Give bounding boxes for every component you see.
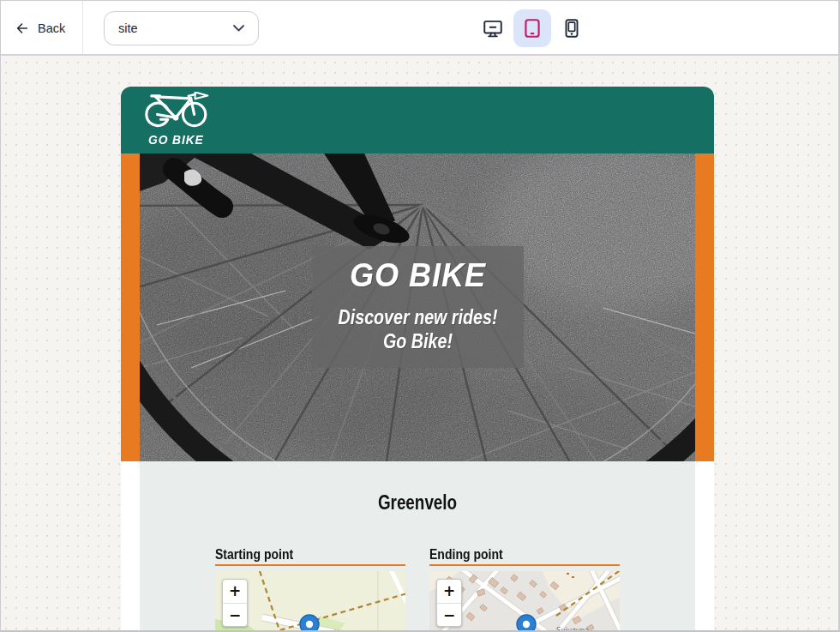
ending-point-map[interactable]: Svjuzyna + − xyxy=(429,571,620,632)
chevron-down-icon xyxy=(233,25,244,32)
ending-point-heading: Ending point xyxy=(429,545,591,563)
site-logo-text: GO BIKE xyxy=(148,132,218,147)
top-toolbar: Back site xyxy=(1,1,838,56)
page-select-value: site xyxy=(118,21,138,35)
starting-point-heading: Starting point xyxy=(215,545,377,563)
hero-tagline-line2: Go Bike! xyxy=(331,329,505,353)
ending-point-underline xyxy=(429,564,620,566)
end-map-zoom-control: + − xyxy=(436,579,462,627)
section-title: Greenvelo xyxy=(189,491,645,515)
toolbar-divider xyxy=(82,1,83,54)
desktop-preview-button[interactable] xyxy=(474,9,512,47)
content-section: Greenvelo Starting point xyxy=(121,461,714,632)
ending-point-column: Ending point xyxy=(429,545,620,632)
starting-point-column: Starting point xyxy=(215,545,405,632)
mobile-preview-button[interactable] xyxy=(553,9,591,47)
end-map-zoom-in-button[interactable]: + xyxy=(437,580,461,604)
start-map-zoom-out-button[interactable]: − xyxy=(223,604,247,627)
route-panel: Greenvelo Starting point xyxy=(140,461,695,632)
starting-point-map[interactable]: Klinkiero + − xyxy=(215,571,405,632)
end-marker[interactable] xyxy=(517,615,536,632)
hero-section: GO BIKE Discover new rides! Go Bike! xyxy=(121,153,714,461)
site-preview: GO BIKE xyxy=(121,87,714,632)
back-label: Back xyxy=(38,21,65,35)
tablet-preview-button[interactable] xyxy=(513,9,551,47)
end-map-zoom-out-button[interactable]: − xyxy=(437,604,461,627)
bike-logo-icon xyxy=(141,92,217,131)
app-window: Back site xyxy=(0,0,840,632)
site-logo: GO BIKE xyxy=(141,92,224,147)
start-map-zoom-control: + − xyxy=(222,579,248,627)
start-marker[interactable] xyxy=(300,615,319,632)
hero-photo: GO BIKE Discover new rides! Go Bike! xyxy=(140,153,695,461)
hero-overlay: GO BIKE Discover new rides! Go Bike! xyxy=(312,246,524,368)
hero-tagline: Discover new rides! Go Bike! xyxy=(331,305,505,353)
device-toggle-group xyxy=(474,9,591,47)
back-button[interactable]: Back xyxy=(15,16,65,40)
desktop-icon xyxy=(482,17,504,39)
tablet-icon xyxy=(521,17,543,39)
site-header: GO BIKE xyxy=(121,87,714,153)
hero-tagline-line1: Discover new rides! xyxy=(331,305,505,329)
starting-point-underline xyxy=(215,564,405,566)
mobile-icon xyxy=(561,17,583,39)
page-select-dropdown[interactable]: site xyxy=(104,11,259,45)
start-map-zoom-in-button[interactable]: + xyxy=(223,580,247,604)
hero-title: GO BIKE xyxy=(317,257,519,294)
back-arrow-icon xyxy=(15,21,30,36)
preview-canvas: GO BIKE xyxy=(1,57,839,632)
place-label: Svjuzyna xyxy=(556,626,589,632)
